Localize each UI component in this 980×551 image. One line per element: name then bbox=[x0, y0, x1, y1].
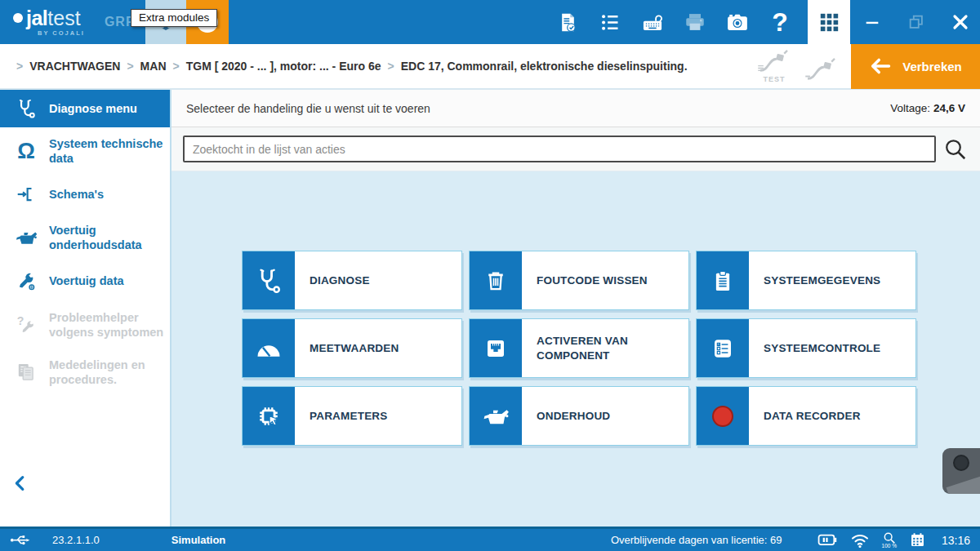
search-row bbox=[172, 127, 980, 171]
chevron-right-icon: > bbox=[127, 60, 133, 73]
breadcrumb-item-model[interactable]: TGM [ 2020 - ... ], motor: ... - Euro 6e bbox=[186, 60, 381, 73]
tile-parameters[interactable]: PARAMETERS bbox=[242, 386, 462, 446]
sidebar-item-label: Mededelingen en procedures. bbox=[49, 358, 165, 387]
docked-device-widget[interactable] bbox=[942, 448, 980, 494]
close-button[interactable] bbox=[949, 12, 972, 32]
tile-label: FOUTCODE WISSEN bbox=[522, 251, 688, 309]
sidebar-collapse-button[interactable] bbox=[11, 474, 29, 495]
calendar-icon bbox=[909, 531, 926, 549]
device-emblem-icon bbox=[953, 455, 969, 471]
report-button[interactable] bbox=[555, 11, 580, 33]
voltage-label: Voltage: bbox=[890, 102, 930, 114]
restore-icon bbox=[907, 13, 925, 31]
main-header: Selecteer de handeling die u wenst uit t… bbox=[172, 90, 980, 127]
test-label: TEST bbox=[763, 75, 785, 83]
minimize-button[interactable] bbox=[861, 13, 884, 31]
version-label: 23.2.1.1.0 bbox=[52, 534, 100, 546]
status-left: 23.2.1.1.0 Simulation bbox=[0, 533, 225, 547]
tile-label: PARAMETERS bbox=[295, 387, 461, 445]
usb-icon bbox=[10, 533, 31, 547]
chevron-right-icon: > bbox=[16, 60, 23, 73]
sidebar-item-schemas[interactable]: Schema's bbox=[0, 175, 170, 214]
tile-system-data[interactable]: SYSTEEMGEGEVENS bbox=[696, 251, 916, 310]
sidebar-item-label: Voertuig data bbox=[49, 273, 124, 288]
sidebar: Diagnose menu Ω Systeem technische data … bbox=[0, 90, 172, 527]
camera-icon bbox=[725, 10, 750, 34]
sidebar-item-label: Schema's bbox=[49, 187, 104, 202]
apps-menu-button[interactable] bbox=[808, 0, 850, 44]
documents-icon bbox=[10, 362, 42, 383]
cable-icon bbox=[804, 57, 840, 83]
status-right: Overblijvende dagen van licentie: 69 bbox=[611, 531, 970, 549]
tile-data-recorder[interactable]: DATA RECORDER bbox=[696, 386, 916, 446]
sidebar-item-vehicle-maintenance-data[interactable]: Voertuig onderhoudsdata bbox=[0, 214, 170, 261]
simulation-mode-label: Simulation bbox=[172, 534, 225, 546]
sidebar-item-diagnose-menu[interactable]: Diagnose menu bbox=[0, 90, 170, 127]
record-icon bbox=[697, 387, 749, 445]
breadcrumb-bar: > VRACHTWAGEN > MAN > TGM [ 2020 - ... ]… bbox=[0, 44, 980, 90]
voltage-value: 24,6 V bbox=[933, 102, 965, 114]
disconnect-label: Verbreken bbox=[902, 60, 962, 73]
chevron-left-icon bbox=[11, 474, 29, 492]
extra-modules-tooltip: Extra modules bbox=[131, 9, 217, 27]
apps-grid-icon bbox=[818, 11, 840, 33]
breadcrumb-item-system[interactable]: EDC 17, Commonrail, elektronische diesel… bbox=[401, 60, 688, 73]
search-icon bbox=[943, 137, 968, 162]
tile-measurements[interactable]: MEETWAARDEN bbox=[242, 318, 462, 378]
checklist-icon bbox=[697, 319, 749, 377]
trash-icon bbox=[470, 251, 522, 309]
tile-label: SYSTEEMCONTROLE bbox=[749, 319, 915, 377]
zoom-control[interactable]: 100 % bbox=[882, 531, 897, 549]
titlebar-icon-group: ? bbox=[546, 0, 980, 44]
search-input[interactable] bbox=[183, 136, 936, 162]
symptom-help-icon: ? bbox=[10, 314, 42, 335]
sidebar-item-vehicle-data[interactable]: Voertuig data bbox=[0, 262, 170, 301]
cable-connector-status bbox=[804, 57, 840, 83]
print-button[interactable] bbox=[683, 11, 707, 33]
back-arrow-icon bbox=[869, 55, 892, 78]
breadcrumb-item-vehicle-type[interactable]: VRACHTWAGEN bbox=[29, 60, 120, 73]
logo-brand-sub: test bbox=[47, 8, 80, 29]
schematic-icon bbox=[10, 184, 42, 205]
battery-status-icon bbox=[817, 531, 838, 549]
sidebar-item-problem-helper: ? Probleemhelper volgens symptomen bbox=[0, 301, 170, 349]
tile-diagnose[interactable]: DIAGNOSE bbox=[242, 251, 462, 310]
title-bar: jal test BY COJALI GRP ! Extra modules bbox=[0, 0, 980, 44]
search-button[interactable] bbox=[936, 137, 975, 162]
sidebar-item-system-technical-data[interactable]: Ω Systeem technische data bbox=[0, 127, 170, 175]
zoom-level-label: 100 % bbox=[882, 544, 897, 549]
oil-can-icon bbox=[10, 225, 42, 250]
report-icon bbox=[557, 11, 579, 33]
tile-clear-fault-codes[interactable]: FOUTCODE WISSEN bbox=[469, 251, 689, 310]
sidebar-item-notices-procedures: Mededelingen en procedures. bbox=[0, 349, 170, 396]
stethoscope-icon bbox=[10, 98, 42, 119]
wrench-icon bbox=[10, 271, 42, 292]
fault-list-button[interactable] bbox=[598, 11, 622, 33]
omega-icon: Ω bbox=[10, 140, 42, 162]
chevron-right-icon: > bbox=[173, 60, 180, 73]
tile-activate-component[interactable]: ACTIVEREN VAN COMPONENT bbox=[469, 318, 689, 378]
action-prompt: Selecteer de handeling die u wenst uit t… bbox=[186, 102, 430, 115]
stethoscope-icon bbox=[243, 251, 295, 309]
test-connector-status: TEST bbox=[756, 49, 792, 83]
clipboard-icon bbox=[697, 251, 749, 309]
screenshot-button[interactable] bbox=[725, 10, 750, 34]
restore-button[interactable] bbox=[905, 13, 928, 31]
help-icon: ? bbox=[772, 7, 788, 38]
tile-system-check[interactable]: SYSTEEMCONTROLE bbox=[696, 318, 916, 378]
gauge-icon bbox=[243, 319, 295, 377]
sidebar-item-label: Systeem technische data bbox=[49, 136, 165, 166]
breadcrumb-item-make[interactable]: MAN bbox=[140, 60, 167, 73]
action-tile-area: DIAGNOSE FOUTCODE WISSEN bbox=[172, 171, 980, 527]
printer-icon bbox=[684, 11, 706, 33]
main-panel: Selecteer de handeling die u wenst uit t… bbox=[172, 90, 980, 527]
disconnect-button[interactable]: Verbreken bbox=[851, 43, 980, 89]
connection-status-group: TEST bbox=[756, 49, 840, 83]
tile-maintenance[interactable]: ONDERHOUD bbox=[469, 386, 689, 446]
help-button[interactable]: ? bbox=[768, 7, 792, 38]
list-icon bbox=[599, 11, 621, 33]
test-cable-icon bbox=[756, 49, 792, 75]
sidebar-item-label: Diagnose menu bbox=[49, 101, 137, 116]
diagnostic-device-button[interactable] bbox=[640, 11, 665, 33]
sidebar-item-label: Probleemhelper volgens symptomen bbox=[49, 310, 165, 340]
